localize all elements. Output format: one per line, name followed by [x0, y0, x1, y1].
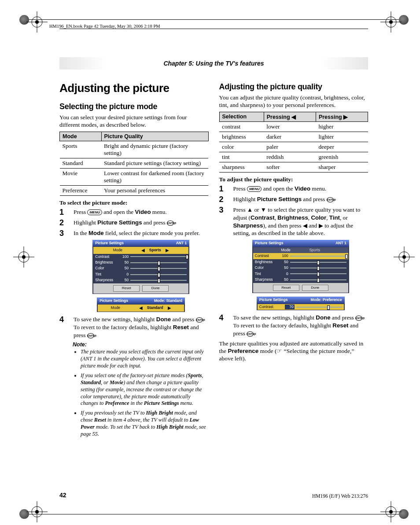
text: . — [334, 196, 335, 202]
text: Mode — [88, 230, 104, 236]
osd-done-button: Done — [142, 285, 169, 292]
text: and open the — [102, 209, 135, 215]
osd-value: 0 — [121, 272, 129, 277]
osd-label: Brightness — [255, 260, 279, 264]
osd-mode-row: Mode ◀ Sports ▶ — [93, 247, 188, 254]
tail-paragraph: The picture qualities you adjusted are a… — [219, 340, 368, 363]
registration-mark — [26, 501, 48, 522]
osd-contrast-row: Contrast 70 — [258, 304, 344, 310]
osd-label: Contrast — [255, 253, 279, 258]
text: Sports — [188, 372, 202, 378]
text: field, select the picture mode you prefe… — [104, 230, 200, 236]
th-mode: Mode — [60, 132, 102, 141]
intro-text: You can select your desired picture sett… — [59, 114, 209, 129]
osd-slider-row: Color50 — [93, 265, 188, 271]
text: If you previously set the TV to — [81, 410, 146, 416]
step-2: Highlight Picture Settings and press ENT… — [59, 219, 209, 227]
osd-slider — [130, 262, 187, 263]
steps-list: Press MENU and open the Video menu. High… — [219, 185, 368, 338]
osd-subtitle: Mode: Preference — [310, 297, 342, 302]
cell: Sports — [60, 141, 102, 158]
text: and press — [302, 196, 327, 202]
osd-picture-settings: Picture Settings ANT 1 Mode ◀ Sports ▶ C… — [92, 240, 189, 294]
menu-button-icon: MENU — [87, 209, 102, 215]
enter-button-icon: ENTER — [87, 333, 94, 338]
step-1: Press MENU and open the Video menu. — [219, 185, 368, 193]
text: Done — [156, 316, 171, 323]
step-4: To save the new settings, highlight Done… — [59, 316, 209, 339]
text: in item 4 above, the TV will default to — [106, 417, 190, 423]
text: , — [202, 372, 203, 378]
osd-label: Mode — [113, 248, 137, 253]
step-1: Press MENU and open the Video menu. — [59, 208, 209, 216]
footer-right: HM196 (E/F) Web 213:276 — [312, 493, 368, 499]
cell: color — [219, 142, 264, 152]
osd-reset-button: Reset — [273, 285, 299, 291]
osd-label: Color — [255, 265, 279, 270]
text: menu. — [310, 185, 326, 192]
procedure-title: To select the picture mode: — [59, 199, 209, 206]
left-arrow-icon: ◀ — [141, 247, 145, 253]
cell: lighter — [316, 132, 368, 142]
osd-value: 50 — [280, 260, 288, 264]
osd-slider — [130, 274, 187, 275]
chapter-title: Chapter 5: Using the TV's features — [163, 60, 264, 67]
crop-line — [59, 29, 368, 29]
osd-mode-row: Mode ◀ Standard ▶ — [98, 305, 184, 312]
th-press-right: Pressing ▶ — [316, 112, 368, 121]
right-arrow-icon: ▶ — [166, 247, 169, 253]
registration-mark — [13, 246, 34, 268]
text: To save the new settings, highlight — [233, 314, 316, 321]
text: and press — [171, 316, 196, 323]
cell: brightness — [219, 132, 264, 142]
note-list: The picture mode you select affects the … — [81, 349, 209, 437]
left-column: Adjusting the picture Selecting the pict… — [59, 81, 209, 441]
heading-adjust-quality: Adjusting the picture quality — [219, 82, 368, 92]
th-quality: Picture Quality — [101, 132, 208, 141]
osd-value: 50 — [280, 265, 288, 270]
cell: higher — [316, 121, 368, 132]
osd-label: Sharpness — [95, 278, 119, 283]
text: High Bright — [156, 424, 183, 430]
text: Brightness — [277, 214, 308, 221]
step-2: Highlight Picture Settings and press ENT… — [219, 195, 368, 203]
text: Highlight — [74, 219, 97, 226]
procedure-title: To adjust the picture quality: — [219, 176, 368, 183]
text: High Bright — [146, 410, 173, 416]
cell: Preference — [60, 185, 102, 195]
menu-button-icon: MENU — [247, 186, 262, 192]
text: Press — [74, 209, 87, 215]
cell: sharper — [316, 162, 368, 172]
text: Color — [311, 214, 326, 221]
text: Preference — [105, 400, 129, 406]
osd-slider — [130, 280, 187, 281]
text: Tint — [329, 214, 340, 221]
text: Standard — [81, 379, 101, 385]
text: . — [94, 332, 96, 338]
text: , or — [101, 379, 110, 385]
step-3: In the Mode field, select the picture mo… — [59, 229, 209, 312]
osd-label: Contrast — [259, 305, 283, 309]
osd-label: Brightness — [95, 260, 119, 265]
text: menu. — [151, 209, 167, 215]
registration-mark — [394, 246, 415, 268]
registration-mark — [26, 11, 48, 33]
osd-reset-button: Reset — [113, 285, 140, 292]
cell: Standard — [60, 158, 102, 168]
text: and press — [331, 314, 356, 321]
page-number: 42 — [59, 492, 66, 499]
text: To save the new settings, highlight — [74, 316, 156, 323]
osd-title: Picture Settings — [95, 241, 124, 246]
osd-label: Sharpness — [255, 277, 279, 282]
osd-title: Picture Settings — [99, 298, 128, 303]
osd-slider — [290, 279, 346, 280]
osd-contrast-strip: Picture Settings Mode: Preference Contra… — [257, 297, 345, 310]
osd-slider-row: Contrast100 — [253, 253, 348, 259]
text: Reset — [94, 417, 106, 423]
text: In the — [74, 230, 88, 236]
osd-slider — [290, 268, 346, 268]
text: menu. — [179, 400, 193, 406]
text: Contrast — [251, 214, 275, 221]
osd-value: 50 — [121, 260, 129, 265]
osd-slider-row: Brightness50 — [93, 260, 188, 265]
